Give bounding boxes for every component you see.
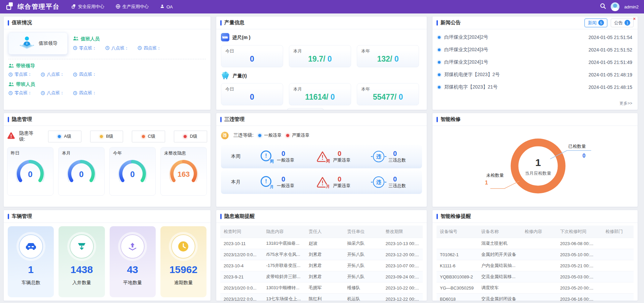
news-list-item[interactable]: 白坪煤业文[2024]1号 2024-01-05 21:51:49 xyxy=(438,56,632,69)
nav-item-oa[interactable]: OA xyxy=(160,4,173,9)
table-row[interactable]: 2023-10-11 13181中底抽巷... 赵波 抽采六队 2023-10-… xyxy=(220,238,423,249)
level-filter-a[interactable]: A级 xyxy=(48,131,81,142)
cell-device-no: YQBB3010089-2 xyxy=(437,271,478,282)
bullet-dot-icon xyxy=(438,61,441,64)
shift-label: 四点班： xyxy=(79,90,97,96)
tab-label: 公告 xyxy=(614,20,623,26)
shift-label: 零点班： xyxy=(14,71,32,77)
ruler-icon xyxy=(221,33,229,42)
panel-title: 智能检修 xyxy=(441,116,461,123)
checked-count-value: 0 xyxy=(582,153,585,159)
table-row[interactable]: 2023/10/20 0:0... 13031中顺槽转... 毛拥军 维修队 2… xyxy=(220,282,423,294)
maintenance-reminder-table: 设备编号 设备名称 检修内容 下次检修时间 检修部门 混凝土喷射机 2023-0… xyxy=(437,226,634,301)
news-timestamp: 2024-01-05 21:51:49 xyxy=(589,60,632,65)
search-icon[interactable] xyxy=(600,3,606,10)
user-avatar[interactable] xyxy=(611,2,619,11)
maintenance-donut-chart: 1 当月应检数量 已检数量 0 未检数量 1 xyxy=(432,126,638,207)
gauge-chart: 0 xyxy=(116,157,149,191)
table-header-row: 设备编号 设备名称 检修内容 下次检修时间 检修部门 xyxy=(437,226,634,238)
cell-device-no: K1111-6 xyxy=(437,260,478,271)
cell-content: 13181中底抽巷... xyxy=(263,238,305,249)
table-row[interactable]: T01062-1 金属封闭开关设备 2023-05-10 00:... xyxy=(437,249,634,260)
cell-deadline: 2023-10-07 00:... xyxy=(382,260,423,271)
table-row[interactable]: K1111-6 户内金属铠装抽... 2023-05-21 00:... xyxy=(437,260,634,271)
column-header: 责任人 xyxy=(305,226,344,238)
shift-zero: 零点班： xyxy=(8,71,32,77)
table-row[interactable]: YG—BC3050259 调度绞车 2023-05-20 00:... xyxy=(437,282,634,294)
column-header: 检修内容 xyxy=(521,226,557,238)
metric-card-footage-year: 本年 132/ 0 xyxy=(357,45,419,67)
table-row[interactable]: 2023-10-4 -175井联巷变压... 刘累君 开拓八队 2023-10-… xyxy=(220,260,423,271)
title-accent-bar xyxy=(220,214,222,219)
cell-deadline: 2023-10-22 00:... xyxy=(382,282,423,294)
panel-header: 车辆管理 xyxy=(4,210,211,223)
cell-person: 陈红利 xyxy=(305,294,344,301)
close-icon[interactable]: × xyxy=(633,16,636,21)
gauge-label: 未整改隐患 xyxy=(164,150,203,156)
panel-title: 产量信息 xyxy=(224,20,244,26)
news-list-item[interactable]: 白坪煤业文[2024]2号 2024-01-05 21:51:54 xyxy=(438,31,632,44)
metric-card-output-year: 本年 55477/ 0 xyxy=(357,83,419,105)
table-row[interactable]: 2023-9-21 皮带暗斜井三部... 刘累君 开拓八队 2023-09-24… xyxy=(220,271,423,282)
stat-label: 严重违章 xyxy=(333,183,350,189)
bullet-dot-icon xyxy=(438,48,441,51)
shift-zero: 零点班： xyxy=(73,45,97,51)
nav-item-label: OA xyxy=(166,4,173,9)
news-list-item[interactable]: 白坪煤业文[2024]3号 2024-01-05 21:51:52 xyxy=(438,44,632,56)
cell-check-time: 2023-10-4 xyxy=(220,260,263,271)
cell-device-no: T01062-1 xyxy=(437,249,478,260)
panel-smart-maintenance: 智能检修 1 当月应检数量 已检数量 0 未检数量 1 xyxy=(432,113,638,207)
cell-check-time: 2023-9-21 xyxy=(220,271,263,282)
tab-notice[interactable]: 公告 1 × xyxy=(611,19,634,27)
cell-unit: 维修队 xyxy=(344,282,382,294)
news-list-item[interactable]: 郑煤机电便字【2023】2号 2024-01-05 21:48:19 xyxy=(438,69,632,81)
violation-coin-icon: 违 xyxy=(221,132,229,139)
duty-section-title: 带班领导 xyxy=(16,63,35,69)
tab-news[interactable]: 新闻 5 xyxy=(584,19,607,27)
cell-person: 刘累君 xyxy=(305,249,344,260)
level-filter-d[interactable]: D级 xyxy=(174,131,207,142)
nav-item-security-center[interactable]: 安全应用中心 xyxy=(71,4,104,10)
table-row[interactable]: YQBB3010089-2 交流金属铠装移... 2023-05-03 00:.… xyxy=(437,271,634,282)
violation-week-row: 本周 !周 0 一般违章 周 xyxy=(221,145,422,168)
avatar-body xyxy=(612,8,618,11)
cell-next-time: 2023-06-08 00:... xyxy=(557,238,602,249)
legend-general-violation: 一般违章 xyxy=(258,132,281,138)
cell-deadline: 2023-12-20 00:... xyxy=(382,249,423,260)
cell-device-name: 混凝土喷射机 xyxy=(478,238,521,249)
shift-label: 八点班： xyxy=(47,71,64,77)
level-filter-c[interactable]: C级 xyxy=(132,131,165,142)
metric-value-extra: 0 xyxy=(325,55,332,63)
cell-next-time: 2023-06-16 00:... xyxy=(557,294,602,301)
news-timestamp: 2024-01-05 21:51:52 xyxy=(589,47,632,53)
panel-title: 隐患逾期提醒 xyxy=(224,213,255,220)
stat-value: 0 xyxy=(281,176,285,182)
table-row[interactable]: BD6018 交流金属封闭设备 2023-06-16 00:... xyxy=(437,294,634,301)
stat-value: 0 xyxy=(338,150,341,157)
table-row[interactable]: 2023/12/20 0:0... /575水平水仓风... 刘累君 开拓八队 … xyxy=(220,249,423,260)
metric-value-extra: 0 xyxy=(328,93,335,101)
table-row[interactable]: 2023/12/22 0:0... 13七车场煤仓上... 陈红利 机运队 20… xyxy=(220,294,423,301)
hazard-overdue-table: 检查时间 隐患内容 责任人 责任单位 整改期限 2023-10-11 13181… xyxy=(220,226,423,301)
gauge-card-year: 今年 0 xyxy=(109,147,156,196)
circle-exclaim-icon: !月 xyxy=(261,176,273,188)
triangle-exclaim-icon: 周 xyxy=(316,150,330,163)
vehicle-surface-card: 43 平地数量 xyxy=(110,226,156,297)
team-icon xyxy=(8,63,14,69)
shift-four: 四点班： xyxy=(73,71,97,77)
duty-section-title: 值班人员 xyxy=(81,36,100,42)
table-row[interactable]: 混凝土喷射机 2023-06-08 00:... xyxy=(437,238,634,249)
level-filter-b[interactable]: B级 xyxy=(90,131,123,142)
more-link[interactable]: 更多>> xyxy=(438,101,632,108)
vehicle-total-card: 1 车辆总数 xyxy=(8,226,54,297)
panel-maintenance-reminder: 智能检修提醒 设备编号 设备名称 检修内容 下次检修时间 检修部门 xyxy=(432,210,638,301)
title-accent-bar xyxy=(437,20,438,26)
panel-header: 三违管理 xyxy=(216,113,427,126)
username[interactable]: admin2 xyxy=(624,4,639,9)
checked-count-label: 已检数量 xyxy=(568,143,586,149)
news-title: 白坪煤业文[2024]1号 xyxy=(444,59,589,65)
metric-card-footage-today: 今日 0 xyxy=(221,45,283,67)
serious-dot xyxy=(286,134,289,137)
news-list-item[interactable]: 郑煤机电字【2023】21号 2024-01-05 21:48:15 xyxy=(438,81,632,94)
nav-item-production-center[interactable]: 生产应用中心 xyxy=(116,4,149,10)
